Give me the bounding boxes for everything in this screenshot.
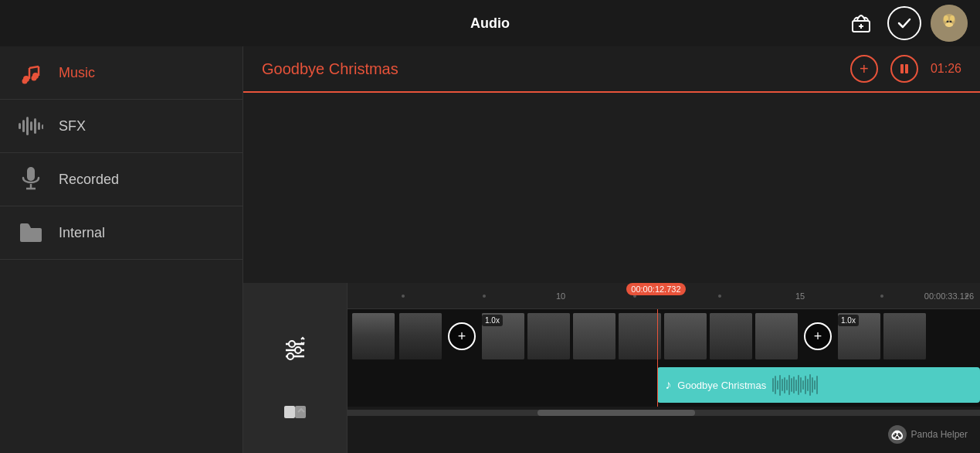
- microphone-icon: [22, 167, 40, 192]
- video-thumb: [664, 313, 707, 359]
- svg-point-7: [947, 21, 949, 23]
- wave-bar: [791, 378, 792, 392]
- store-button[interactable]: [844, 6, 878, 40]
- ruler-dot: [483, 295, 486, 298]
- video-thumb: [352, 313, 395, 359]
- wave-bar: [800, 377, 802, 393]
- scroll-area: [348, 407, 980, 453]
- panda-helper: 🐼 Panda Helper: [888, 425, 968, 444]
- sidebar-label-music: Music: [59, 65, 95, 81]
- timeline-main: 10 15 00:00:33.126 00:00:12.732: [348, 283, 980, 453]
- audio-clip-title: Goodbye Christmas: [677, 380, 766, 391]
- svg-rect-21: [34, 118, 36, 134]
- ruler-label-10: 10: [556, 291, 565, 301]
- wave-bar: [779, 375, 781, 396]
- svg-rect-19: [26, 117, 29, 135]
- svg-rect-27: [900, 64, 904, 73]
- speed-badge-1: 1.0x: [482, 315, 503, 326]
- wave-bar: [802, 380, 804, 390]
- sidebar-item-sfx[interactable]: SFX: [0, 100, 242, 153]
- waveform-icon: [19, 115, 43, 137]
- audio-sidebar: Music SFX: [0, 46, 243, 453]
- wave-bar: [775, 376, 776, 394]
- sfx-icon: [19, 114, 43, 138]
- wave-bar: [786, 380, 788, 390]
- music-note-icon: ♪: [665, 378, 671, 392]
- audio-clip[interactable]: ♪ Goodbye Christmas: [657, 367, 980, 403]
- confirm-button[interactable]: [887, 6, 921, 40]
- wave-bar: [782, 379, 783, 392]
- svg-rect-28: [905, 64, 908, 73]
- mic-icon: [19, 167, 43, 192]
- store-icon: [849, 12, 873, 35]
- add-clip-button[interactable]: +: [448, 322, 476, 350]
- playhead-indicator: 00:00:12.732: [626, 283, 685, 308]
- ruler-dot: [402, 295, 405, 298]
- audio-waveform: [772, 373, 818, 397]
- music-icon: [19, 60, 43, 85]
- sidebar-label-sfx: SFX: [59, 118, 86, 135]
- header-title: Audio: [470, 15, 510, 32]
- content-area: [243, 93, 980, 283]
- ruler-end-time: 00:00:33.126: [924, 291, 974, 301]
- video-thumb: [883, 313, 926, 359]
- wave-bar: [816, 376, 818, 395]
- transition-icon: [281, 398, 309, 426]
- app-header: Audio: [0, 0, 980, 46]
- adjust-icon: [281, 335, 309, 363]
- video-thumb: [399, 313, 442, 359]
- wave-bar: [798, 375, 799, 395]
- folder-svg-icon: [19, 222, 43, 244]
- timeline-controls: [243, 283, 348, 453]
- video-thumb: [755, 313, 798, 359]
- svg-point-34: [287, 353, 293, 359]
- sidebar-label-internal: Internal: [59, 225, 105, 241]
- wave-bar: [788, 375, 790, 395]
- sidebar-item-recorded[interactable]: Recorded: [0, 153, 242, 206]
- video-track: + 1.0x +: [348, 309, 980, 363]
- sidebar-item-music[interactable]: Music: [0, 46, 242, 100]
- svg-point-16: [32, 76, 37, 81]
- timeline-ruler: 10 15 00:00:33.126 00:00:12.732: [348, 283, 980, 309]
- sidebar-item-internal[interactable]: Internal: [0, 206, 242, 260]
- user-avatar[interactable]: [931, 5, 968, 42]
- scroll-thumb[interactable]: [537, 410, 696, 416]
- playhead-line-audio: [657, 363, 658, 407]
- sidebar-label-recorded: Recorded: [59, 172, 119, 188]
- svg-rect-35: [284, 406, 295, 418]
- ruler-label-15: 15: [795, 291, 805, 301]
- audio-track: ♪ Goodbye Christmas: [348, 363, 980, 407]
- wave-bar: [814, 380, 816, 390]
- avatar-image: [931, 5, 968, 42]
- playhead-line-video: [657, 309, 658, 363]
- timeline: 10 15 00:00:33.126 00:00:12.732: [243, 283, 980, 453]
- adjust-levels-button[interactable]: [276, 329, 314, 368]
- svg-rect-18: [22, 120, 25, 132]
- svg-point-9: [945, 22, 953, 27]
- folder-icon: [19, 220, 43, 245]
- add-audio-button[interactable]: +: [850, 55, 878, 83]
- svg-point-33: [295, 347, 301, 353]
- playhead-time: 00:00:12.732: [626, 283, 685, 295]
- speed-badge-2: 1.0x: [838, 315, 859, 326]
- svg-rect-23: [42, 124, 43, 129]
- svg-rect-22: [38, 122, 40, 130]
- content-actions: + 01:26: [850, 55, 961, 83]
- wave-bar: [807, 379, 809, 391]
- pause-button[interactable]: [890, 55, 918, 83]
- header-actions: [844, 5, 968, 42]
- wave-bar: [795, 380, 797, 391]
- pause-icon: [898, 63, 910, 75]
- scrollbar[interactable]: [348, 410, 980, 416]
- video-thumb: [710, 313, 752, 359]
- ruler-dot: [718, 295, 721, 298]
- checkmark-icon: [896, 15, 913, 32]
- transition-button[interactable]: [276, 393, 314, 431]
- wave-bar: [784, 377, 785, 393]
- svg-rect-24: [27, 167, 35, 181]
- add-clip-button-2[interactable]: +: [804, 322, 832, 350]
- content-header: Goodbye Christmas + 01:26: [243, 46, 980, 93]
- svg-rect-17: [19, 123, 21, 129]
- video-thumb: [527, 313, 570, 359]
- wave-bar: [772, 378, 774, 392]
